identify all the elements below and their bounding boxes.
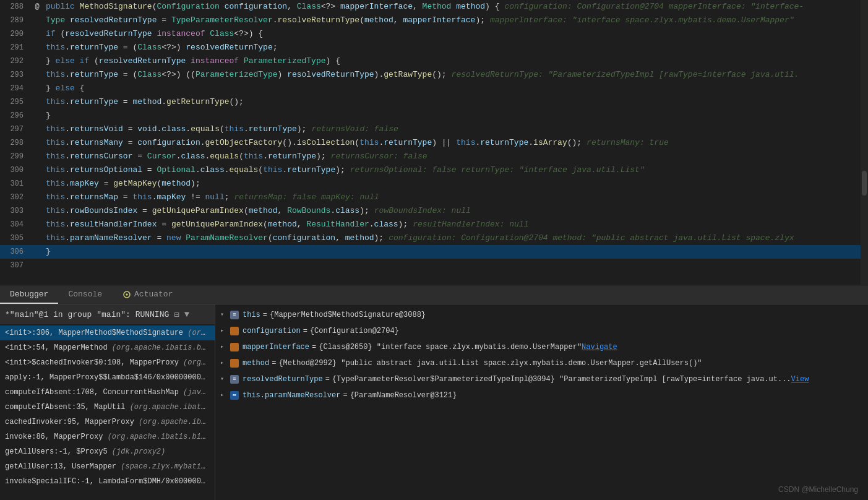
stack-frame-item[interactable]: computeIfAbsent:1708, ConcurrentHashMap … [0, 385, 215, 400]
expand-icon[interactable]: ▸ [220, 389, 230, 402]
code-line-301: 301 this.mapKey = getMapKey(method); [0, 177, 868, 191]
line-content: if (resolvedReturnType instanceof Class<… [43, 27, 868, 41]
stack-frame-item[interactable]: computeIfAbsent:35, MapUtil (org.apache.… [0, 400, 215, 415]
frame-class: (org.apache.ibatis.binding) [103, 433, 215, 441]
variable-item[interactable]: ▸method={Method@2992} "public abstract j… [215, 355, 868, 371]
inline-hint: returnsMany: true [587, 138, 669, 147]
variable-item[interactable]: ▾≡resolvedReturnType={TypeParameterResol… [215, 371, 868, 387]
stack-frame-item[interactable]: <init>:54, MapperMethod (org.apache.ibat… [0, 340, 215, 355]
debugger-tab-debugger[interactable]: Debugger [0, 286, 58, 304]
debugger-tab-actuator[interactable]: Actuator [112, 286, 183, 304]
stack-frame-item[interactable]: invokeSpecialIFC:-1, LambdaForm$DMH/0x00… [0, 474, 215, 489]
stack-frame-item[interactable]: cachedInvoker:95, MapperProxy (org.apach… [0, 415, 215, 429]
var-value: {MapperMethod$MethodSignature@3088} [270, 308, 426, 322]
code-lines: 288@public MethodSignature(Configuration… [0, 0, 868, 285]
navigate-link[interactable]: Navigate [582, 340, 617, 354]
frame-method: invoke:86, MapperProxy [5, 433, 103, 441]
var-type-icon [230, 343, 239, 351]
line-content: } [43, 109, 868, 123]
code-line-296: 296 } [0, 109, 868, 123]
debugger-tabs: DebuggerConsoleActuator [0, 286, 868, 304]
frame-class: (org.apache.ibatis.util) [125, 403, 215, 412]
line-number: 306 [0, 248, 31, 256]
inline-hint: resolvedReturnType: "ParameterizedTypeIm… [452, 70, 799, 79]
line-number: 305 [0, 234, 31, 243]
expand-icon[interactable]: ▸ [220, 356, 230, 370]
var-type-icon [230, 359, 239, 368]
variable-item[interactable]: ▸mapperInterface={Class@2650} "interface… [215, 339, 868, 355]
line-content: this.returnType = (Class<?>) ((Parameter… [43, 68, 868, 82]
line-content: this.resultHandlerIndex = getUniqueParam… [43, 218, 868, 231]
line-number: 307 [0, 261, 31, 270]
variable-item[interactable]: ▾≡this={MapperMethod$MethodSignature@308… [215, 307, 868, 323]
stack-frame-item[interactable]: getAllUser:13, UserMapper (space.zlyx.my… [0, 459, 215, 474]
frame-class: (jdk.proxy2) [108, 447, 166, 456]
frame-method: computeIfAbsent:35, MapUtil [5, 403, 125, 412]
debugger-panel: DebuggerConsoleActuator *"main"@1 in gro… [0, 286, 868, 500]
frame-method: <init>:54, MapperMethod [5, 343, 108, 352]
tab-label: Actuator [134, 290, 173, 299]
var-name: this.paramNameResolver [243, 389, 340, 402]
variable-item[interactable]: ▸configuration={Configuration@2704} [215, 323, 868, 339]
expand-icon[interactable]: ▸ [220, 340, 230, 354]
line-content: } else { [43, 82, 868, 95]
inline-hint: returnsVoid: false [311, 124, 398, 134]
line-number: 300 [0, 166, 31, 175]
line-content: this.returnsCursor = Cursor.class.equals… [43, 150, 868, 163]
line-content: this.returnsOptional = Optional.class.eq… [43, 163, 868, 177]
expand-icon[interactable]: ▾ [220, 373, 230, 386]
stack-frame-item[interactable]: <init>$cachedInvoker$0:108, MapperProxy … [0, 355, 215, 370]
var-name: configuration [243, 324, 301, 338]
variable-item[interactable]: ▸∞this.paramNameResolver={ParamNameResol… [215, 387, 868, 403]
frame-class: (org.apache.ibatis.bin... [134, 418, 215, 426]
frame-method: <init>$cachedInvoker$0:108, MapperProxy [5, 358, 179, 367]
stack-frame-item[interactable]: invoke:86, MapperProxy (org.apache.ibati… [0, 429, 215, 444]
line-number: 293 [0, 71, 31, 79]
editor-area: 288@public MethodSignature(Configuration… [0, 0, 868, 285]
code-line-289: 289 Type resolvedReturnType = TypeParame… [0, 14, 868, 27]
line-content: this.returnType = (Class<?>) resolvedRet… [43, 41, 868, 54]
actuator-icon [122, 290, 132, 300]
panel-toolbar: *"main"@1 in group "main": RUNNING ⊟ ▼ [0, 304, 215, 324]
stack-frame-item[interactable]: <init>:306, MapperMethod$MethodSignature… [0, 325, 215, 340]
scrollbar-thumb[interactable] [862, 171, 867, 196]
inline-hint: configuration: Configuration@2704 mapper… [504, 2, 804, 11]
at-symbol: @ [35, 2, 39, 11]
code-line-290: 290 if (resolvedReturnType instanceof Cl… [0, 27, 868, 41]
line-number: 288 [0, 2, 31, 11]
frame-class: (java.util...) [179, 388, 215, 397]
line-content: } [43, 245, 868, 259]
stack-frame-item[interactable]: getAllUsers:-1, $Proxy5 (jdk.proxy2) [0, 444, 215, 459]
line-number: 290 [0, 30, 31, 38]
frame-class: (org.ap... [179, 358, 215, 367]
stack-frame-item[interactable]: apply:-1, MapperProxy$$Lambda$146/0x0000… [0, 370, 215, 385]
code-line-297: 297 this.returnsVoid = void.class.equals… [0, 123, 868, 136]
debugger-tab-console[interactable]: Console [58, 286, 112, 304]
expand-icon[interactable]: ▾ [220, 308, 230, 322]
scrollbar-track[interactable] [861, 0, 868, 285]
var-type-icon: ≡ [230, 375, 239, 384]
settings-icon[interactable]: ▼ [184, 309, 189, 319]
code-line-298: 298 this.returnsMany = configuration.get… [0, 136, 868, 150]
frame-method: computeIfAbsent:1708, ConcurrentHashMap [5, 388, 179, 397]
line-content: this.paramNameResolver = new ParamNameRe… [43, 231, 868, 245]
inline-hint: mapperInterface: "interface space.zlyx.m… [490, 15, 794, 25]
expand-icon[interactable]: ▸ [220, 324, 230, 338]
var-value: {Method@2992} "public abstract java.util… [278, 356, 702, 370]
view-link[interactable]: View [791, 373, 809, 386]
filter-icon[interactable]: ⊟ [174, 309, 179, 320]
line-number: 294 [0, 84, 31, 93]
inline-hint: returnsOptional: false returnType: "inte… [350, 165, 645, 175]
line-number: 304 [0, 220, 31, 229]
code-line-293: 293 this.returnType = (Class<?>) ((Param… [0, 68, 868, 82]
code-line-302: 302 this.returnsMap = this.mapKey != nul… [0, 191, 868, 204]
variables-panel: ▾≡this={MapperMethod$MethodSignature@308… [215, 304, 868, 500]
code-line-291: 291 this.returnType = (Class<?>) resolve… [0, 41, 868, 54]
line-content: this.returnsMap = this.mapKey != null;re… [43, 191, 868, 204]
var-name: mapperInterface [243, 340, 309, 354]
debugger-content: *"main"@1 in group "main": RUNNING ⊟ ▼ <… [0, 304, 868, 500]
var-name: method [243, 356, 269, 370]
inline-hint: returnsCursor: false [331, 152, 428, 161]
line-content: this.returnType = method.getReturnType()… [43, 95, 868, 109]
code-line-300: 300 this.returnsOptional = Optional.clas… [0, 163, 868, 177]
